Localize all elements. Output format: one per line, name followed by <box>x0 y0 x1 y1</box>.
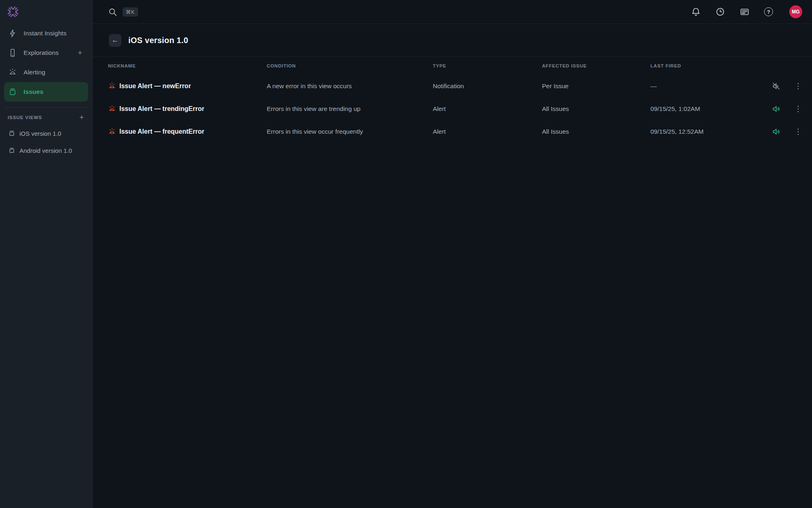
alert-affected-issue: All Issues <box>542 128 650 135</box>
sidebar-divider <box>4 107 88 108</box>
sidebar-item-ios-version[interactable]: iOS version 1.0 <box>0 125 92 142</box>
table-row[interactable]: Issue Alert — newError A new error in th… <box>93 75 812 98</box>
siren-icon <box>8 68 17 77</box>
add-exploration-button[interactable]: + <box>75 48 85 58</box>
table-row[interactable]: Issue Alert — frequentError Errors in th… <box>93 120 812 143</box>
burst-logo-icon <box>7 6 19 18</box>
alert-last-fired: 09/15/25, 1:02AM <box>650 105 771 113</box>
sidebar-item-label: Instant Insights <box>24 30 85 37</box>
alert-affected-issue: Per Issue <box>542 82 650 90</box>
search-icon <box>108 7 117 17</box>
topbar: ⌘K <box>93 0 812 24</box>
alert-siren-icon <box>108 82 116 90</box>
alert-nickname: Issue Alert — frequentError <box>119 128 204 135</box>
back-arrow-icon: ← <box>112 36 119 44</box>
alert-condition: A new error in this view occurs <box>267 82 433 90</box>
archive-icon <box>8 130 15 137</box>
alert-condition: Errors in this view are trending up <box>267 105 433 113</box>
issue-views-heading: ISSUE VIEWS <box>8 115 77 120</box>
sidebar-item-label: Alerting <box>24 69 85 76</box>
issue-views-section-header: ISSUE VIEWS + <box>0 110 92 125</box>
bell-icon <box>691 7 701 17</box>
phone-icon <box>8 48 17 57</box>
search-control[interactable]: ⌘K <box>108 7 138 17</box>
sidebar-item-android-version[interactable]: Android version 1.0 <box>0 142 92 159</box>
sidebar-nav: Instant Insights Explorations + Alerting <box>0 24 92 102</box>
sidebar-item-instant-insights[interactable]: Instant Insights <box>4 24 88 43</box>
column-header-nickname: NICKNAME <box>108 63 267 68</box>
sidebar-item-label: Explorations <box>24 49 75 56</box>
notifications-button[interactable] <box>691 7 701 17</box>
clock-icon <box>715 7 725 17</box>
alert-nickname: Issue Alert — newError <box>119 82 191 90</box>
sidebar-item-issues[interactable]: Issues <box>4 82 88 102</box>
issue-view-label: Android version 1.0 <box>19 147 72 154</box>
mute-toggle-button[interactable] <box>771 81 781 91</box>
back-button[interactable]: ← <box>109 34 121 47</box>
app-logo[interactable] <box>0 0 92 24</box>
alert-affected-issue: All Issues <box>542 105 650 113</box>
table-row[interactable]: Issue Alert — trendingError Errors in th… <box>93 98 812 120</box>
changelog-button[interactable] <box>740 7 749 17</box>
help-button[interactable]: ? <box>764 7 773 16</box>
alert-type: Alert <box>433 105 542 113</box>
issue-view-label: iOS version 1.0 <box>19 130 61 137</box>
main-area: ⌘K <box>93 0 812 508</box>
row-overflow-menu-button[interactable]: ⋮ <box>793 103 804 115</box>
mute-toggle-button[interactable] <box>771 104 781 114</box>
sidebar-item-explorations[interactable]: Explorations + <box>4 43 88 63</box>
changelog-icon <box>740 7 749 17</box>
alert-last-fired: 09/15/25, 12:52AM <box>650 128 771 135</box>
page-title: iOS version 1.0 <box>128 36 188 45</box>
archive-icon <box>8 147 15 154</box>
alert-type: Alert <box>433 128 542 135</box>
alert-type: Notification <box>433 82 542 90</box>
box-icon <box>8 87 17 96</box>
search-shortcut-badge: ⌘K <box>123 7 138 17</box>
sidebar-item-alerting[interactable]: Alerting <box>4 63 88 82</box>
column-header-condition: CONDITION <box>267 63 433 68</box>
row-overflow-menu-button[interactable]: ⋮ <box>793 126 804 137</box>
history-button[interactable] <box>715 7 725 17</box>
speaker-muted-icon <box>771 81 781 91</box>
page-header: ← iOS version 1.0 <box>93 24 812 57</box>
table-header-row: NICKNAME CONDITION TYPE AFFECTED ISSUE L… <box>93 57 812 75</box>
column-header-last-fired: LAST FIRED <box>650 63 771 68</box>
help-icon: ? <box>767 9 770 15</box>
alert-last-fired: — <box>650 82 771 90</box>
sidebar: Instant Insights Explorations + Alerting <box>0 0 93 508</box>
topbar-actions: ? MG <box>691 5 802 18</box>
alerts-table: NICKNAME CONDITION TYPE AFFECTED ISSUE L… <box>93 57 812 143</box>
speaker-on-icon <box>771 104 781 114</box>
avatar-initials: MG <box>792 9 800 15</box>
speaker-on-icon <box>771 127 781 137</box>
user-avatar[interactable]: MG <box>789 5 802 18</box>
row-overflow-menu-button[interactable]: ⋮ <box>793 80 804 92</box>
column-header-type: TYPE <box>433 63 542 68</box>
sidebar-item-label: Issues <box>24 88 85 96</box>
column-header-affected-issue: AFFECTED ISSUE <box>542 63 650 68</box>
alert-siren-icon <box>108 105 116 113</box>
mute-toggle-button[interactable] <box>771 127 781 137</box>
alert-nickname: Issue Alert — trendingError <box>119 105 204 113</box>
lightning-icon <box>8 29 17 38</box>
add-issue-view-button[interactable]: + <box>77 113 86 122</box>
alert-condition: Errors in this view occur frequently <box>267 128 433 135</box>
alert-siren-icon <box>108 128 116 136</box>
